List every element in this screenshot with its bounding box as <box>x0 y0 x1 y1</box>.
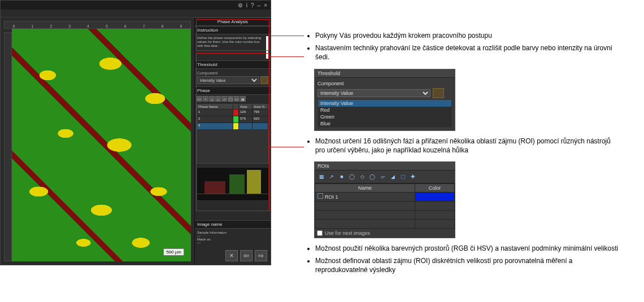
component-label: Component <box>317 81 452 86</box>
roi-icon <box>317 193 323 199</box>
feature-bullets: Pokyny Vás provedou každým krokem pracov… <box>305 31 621 62</box>
feature-bullets: Možnost použití několika barevných prost… <box>305 244 621 275</box>
roi-tool-icon[interactable]: ◇ <box>358 172 367 181</box>
use-for-next-checkbox[interactable]: Use for next images <box>315 229 455 238</box>
list-item[interactable]: Red <box>318 107 451 113</box>
roi-tool-icon[interactable]: ⬚ <box>398 172 407 181</box>
table-row[interactable] <box>315 210 455 219</box>
close-icon[interactable]: × <box>264 2 267 8</box>
component-select[interactable]: Intensity Value <box>317 89 430 97</box>
cancel-button[interactable]: × <box>225 250 238 261</box>
microstructure-image[interactable]: 500 µm <box>12 29 191 261</box>
checkbox[interactable] <box>317 230 323 236</box>
roi-toolbar: ▦ ↗ ■ ◯ ◇ ◯ ▱ ◢ ⬚ ✚ <box>315 170 455 183</box>
list-item[interactable]: Intensity Value <box>318 100 451 107</box>
info-icon[interactable]: i <box>246 2 247 8</box>
image-info: Sample Information — Made on: — <box>195 229 271 247</box>
list-item: Možnost určení 16 odlišných fází a přiřa… <box>315 137 621 155</box>
ruler-horizontal: 0123456789 <box>4 21 191 29</box>
roi-tool-icon[interactable]: ◯ <box>347 172 356 181</box>
wizard-nav: × ⇦ ⇨ <box>195 247 271 265</box>
panel-title: Threshold <box>315 69 455 78</box>
list-item: Pokyny Vás provedou každým krokem pracov… <box>315 31 621 40</box>
ruler-vertical <box>4 32 12 261</box>
connector-line <box>270 56 304 57</box>
connector-line <box>270 147 304 147</box>
roi-tool-icon[interactable]: ◢ <box>388 172 397 181</box>
description-panel: Pokyny Vás provedou každým krokem pracov… <box>305 31 621 278</box>
list-item[interactable]: Green <box>318 113 451 120</box>
feature-bullets: Možnost určení 16 odlišných fází a přiřa… <box>305 137 621 155</box>
roi-tool-icon[interactable]: ▦ <box>317 172 326 181</box>
roi-tool-icon[interactable]: ✚ <box>408 172 417 181</box>
image-info-header: Image name <box>195 220 271 229</box>
table-row[interactable]: ROI 1 <box>315 192 455 201</box>
next-button[interactable]: ⇨ <box>255 250 267 261</box>
color-cell[interactable] <box>415 192 455 201</box>
minimize-icon[interactable]: – <box>258 2 261 8</box>
roi-table[interactable]: NameColor ROI 1 <box>315 183 455 229</box>
help-icon[interactable]: ? <box>251 2 254 8</box>
callout-instruction <box>196 19 269 51</box>
prev-button[interactable]: ⇦ <box>240 250 253 261</box>
window-controls: ⚙ i ? – × <box>1 1 271 10</box>
phase-overlay <box>12 29 191 261</box>
magic-wand-icon[interactable] <box>433 88 444 98</box>
image-viewer[interactable]: 0123456789 500 µm <box>1 17 194 265</box>
list-item: Nastavením techniky prahování lze částic… <box>315 43 621 62</box>
menu-bar[interactable] <box>1 10 271 17</box>
roi-tool-icon[interactable]: ▱ <box>378 172 387 181</box>
list-item[interactable]: Blue <box>318 120 451 127</box>
roi-tool-icon[interactable]: ■ <box>337 172 346 181</box>
callout-threshold-phase <box>196 53 269 211</box>
scale-bar: 500 µm <box>163 248 184 256</box>
list-item: Možnost použití několika barevných prost… <box>315 244 621 253</box>
table-row[interactable] <box>315 201 455 210</box>
connector-line <box>270 36 304 36</box>
threshold-detail-panel: Threshold Component Intensity Value Inte… <box>314 69 455 131</box>
panel-title: ROIs <box>315 162 455 170</box>
component-options-list[interactable]: Intensity Value Red Green Blue <box>317 99 452 128</box>
rois-detail-panel: ROIs ▦ ↗ ■ ◯ ◇ ◯ ▱ ◢ ⬚ ✚ NameColor ROI 1… <box>314 161 455 238</box>
table-row[interactable] <box>315 219 455 228</box>
gear-icon[interactable]: ⚙ <box>238 2 243 8</box>
roi-tool-icon[interactable]: ◯ <box>368 172 377 181</box>
roi-tool-icon[interactable]: ↗ <box>327 172 336 181</box>
list-item: Možnost definovat oblasti zájmu (ROI) di… <box>315 256 621 274</box>
